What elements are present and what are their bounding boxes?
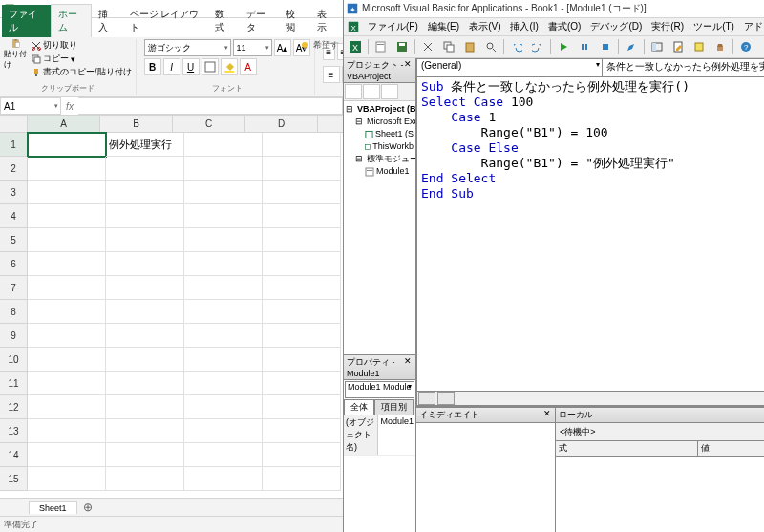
cell[interactable] xyxy=(184,467,263,491)
cell[interactable] xyxy=(28,228,106,252)
cell[interactable] xyxy=(184,419,263,443)
sheet-tab[interactable]: Sheet1 xyxy=(29,501,77,514)
menu-insert[interactable]: 挿入(I) xyxy=(506,19,541,34)
increase-font-button[interactable]: A▴ xyxy=(274,39,291,56)
cell[interactable] xyxy=(184,133,263,157)
save-button[interactable] xyxy=(393,37,412,56)
cell[interactable] xyxy=(106,419,184,443)
procedure-view-button[interactable] xyxy=(418,392,435,405)
row-header[interactable]: 10 xyxy=(0,348,28,372)
tab-home[interactable]: ホーム xyxy=(51,4,93,37)
cell[interactable] xyxy=(184,276,263,300)
break-button[interactable] xyxy=(575,37,594,56)
cell[interactable] xyxy=(106,157,184,181)
menu-run[interactable]: 実行(R) xyxy=(647,19,688,34)
immediate-close-button[interactable]: ✕ xyxy=(541,409,553,418)
cell[interactable] xyxy=(263,133,341,157)
locals-col-value[interactable]: 値 xyxy=(698,441,764,456)
format-painter-button[interactable]: 書式のコピー/貼り付け xyxy=(32,66,132,78)
tab-insert[interactable]: 挿入 xyxy=(92,5,122,37)
code-editor[interactable]: Sub 条件と一致しなかったら例外処理を実行() Select Case 100… xyxy=(417,77,764,391)
cell[interactable] xyxy=(184,324,263,348)
cell[interactable] xyxy=(106,372,184,395)
col-header-d[interactable]: D xyxy=(245,116,318,132)
cell[interactable]: 例外処理実行 xyxy=(106,133,184,157)
cell[interactable] xyxy=(106,300,184,324)
row-header[interactable]: 3 xyxy=(0,181,28,204)
cell[interactable] xyxy=(263,467,341,491)
menu-edit[interactable]: 編集(E) xyxy=(424,19,463,34)
cell[interactable] xyxy=(184,300,263,324)
row-header[interactable]: 7 xyxy=(0,276,28,300)
underline-button[interactable]: U xyxy=(182,58,200,75)
properties-grid[interactable]: (オブジェクト名)Module1 xyxy=(344,415,415,532)
properties-button[interactable] xyxy=(668,37,688,56)
immediate-input[interactable] xyxy=(416,423,555,532)
row-header[interactable]: 15 xyxy=(0,467,28,491)
cell[interactable] xyxy=(106,348,184,372)
copy-button[interactable]: コピー ▾ xyxy=(32,53,132,65)
redo-button[interactable] xyxy=(528,37,547,56)
cell[interactable] xyxy=(263,419,341,443)
toggle-folders-button[interactable] xyxy=(381,84,398,99)
cell[interactable] xyxy=(263,157,341,181)
cell[interactable] xyxy=(106,228,184,252)
tab-formulas[interactable]: 数式 xyxy=(208,5,239,37)
row-header[interactable]: 2 xyxy=(0,157,28,181)
row-header[interactable]: 12 xyxy=(0,395,28,419)
cell[interactable] xyxy=(106,252,184,276)
cell[interactable] xyxy=(28,300,106,324)
cell[interactable] xyxy=(263,276,341,300)
bold-button[interactable]: B xyxy=(144,58,161,75)
border-button[interactable] xyxy=(202,58,219,75)
cell[interactable] xyxy=(184,348,263,372)
cell[interactable] xyxy=(28,395,106,419)
view-object-button[interactable] xyxy=(363,84,380,99)
row-header[interactable]: 6 xyxy=(0,252,28,276)
new-sheet-button[interactable]: ⊕ xyxy=(83,500,93,514)
align-left-button[interactable]: ≡ xyxy=(323,66,340,83)
project-explorer-close-button[interactable]: ✕ xyxy=(402,59,414,69)
row-header[interactable]: 11 xyxy=(0,372,28,395)
cell[interactable] xyxy=(106,324,184,348)
align-center-button[interactable]: ≡ xyxy=(342,66,343,83)
cell[interactable] xyxy=(28,324,106,348)
font-color-button[interactable]: A xyxy=(240,58,257,75)
row-header[interactable]: 8 xyxy=(0,300,28,324)
cut-button[interactable] xyxy=(418,37,437,56)
cell[interactable] xyxy=(184,395,263,419)
row-header[interactable]: 1 xyxy=(0,133,28,157)
cut-button[interactable]: 切り取り xyxy=(32,39,132,52)
menu-view[interactable]: 表示(V) xyxy=(465,19,504,34)
cell[interactable] xyxy=(263,181,341,204)
insert-module-button[interactable] xyxy=(371,37,391,56)
view-excel-button[interactable]: X xyxy=(346,37,365,56)
paste-button[interactable]: 貼り付け xyxy=(4,39,29,70)
object-browser-button[interactable] xyxy=(690,37,709,56)
cell[interactable] xyxy=(263,228,341,252)
row-header[interactable]: 13 xyxy=(0,419,28,443)
project-explorer-button[interactable] xyxy=(647,37,667,56)
cell[interactable] xyxy=(28,204,106,228)
cell[interactable] xyxy=(106,467,184,491)
tab-view[interactable]: 表示 xyxy=(310,5,341,37)
tell-me-button[interactable]: 希望す xyxy=(299,39,339,52)
tab-page-layout[interactable]: ページ レイアウト xyxy=(123,5,209,37)
procedure-dropdown[interactable]: 条件と一致しなかったら例外処理を実行 xyxy=(603,59,764,76)
cell[interactable] xyxy=(28,252,106,276)
font-name-combo[interactable]: 游ゴシック xyxy=(144,39,231,56)
name-box[interactable]: A1 xyxy=(0,97,61,115)
row-header[interactable]: 5 xyxy=(0,228,28,252)
fill-color-button[interactable] xyxy=(221,58,238,75)
menu-addins[interactable]: アドイン(A) xyxy=(740,19,764,34)
copy-button[interactable] xyxy=(439,37,458,56)
select-all-corner[interactable] xyxy=(0,116,28,132)
cell[interactable] xyxy=(184,228,263,252)
cell[interactable] xyxy=(263,372,341,395)
cell[interactable] xyxy=(184,181,263,204)
cell[interactable] xyxy=(106,276,184,300)
cell[interactable] xyxy=(106,204,184,228)
cell[interactable] xyxy=(28,443,106,467)
col-header-c[interactable]: C xyxy=(173,116,245,132)
toolbox-button[interactable] xyxy=(711,37,730,56)
